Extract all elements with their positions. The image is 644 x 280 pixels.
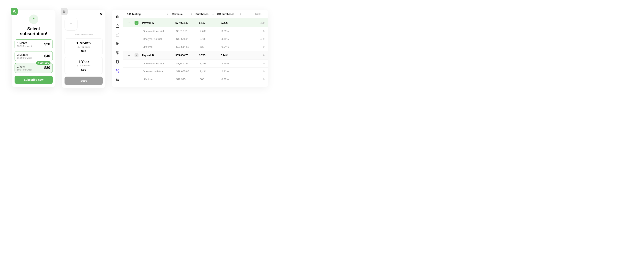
sparkle-icon xyxy=(29,14,38,24)
cr-value: 0.77% xyxy=(222,78,249,81)
active-checkbox[interactable]: ✕ xyxy=(134,53,138,57)
device-icon[interactable] xyxy=(115,60,120,64)
trials-value: 429 xyxy=(248,21,264,24)
group-row[interactable]: ✕ Paywall B $55,806.75 3,725 5.74% 0 xyxy=(123,51,268,59)
trials-value: 0 xyxy=(249,62,264,65)
subscribe-button[interactable]: Subscribe now xyxy=(14,76,53,84)
logo-icon[interactable] xyxy=(115,14,120,19)
trials-value: 0 xyxy=(248,54,264,57)
cr-value: 3.86% xyxy=(222,30,249,33)
group-row[interactable]: Paywall A $77,904.43 5,127 8.96% 429 xyxy=(123,18,268,27)
purchases-value: 500 xyxy=(200,78,222,81)
title: Selectsubscription! xyxy=(14,26,53,36)
paywall-variant-a: A Selectsubscription! 1 Month$3.99 Per w… xyxy=(12,10,56,87)
svg-point-1 xyxy=(118,43,118,44)
revenue-value: $8,813.91 xyxy=(176,30,200,33)
variant-badge-a: A xyxy=(10,8,18,15)
plan-option-1month[interactable]: 1 Month $5 Per week $20 xyxy=(64,38,103,55)
purchases-value: 5,127 xyxy=(199,21,221,24)
close-icon[interactable]: ✕ xyxy=(100,12,103,16)
row-label: One year with trial xyxy=(132,70,176,73)
variant-badge-b: B xyxy=(60,8,68,15)
svg-point-0 xyxy=(116,42,118,44)
sort-icon[interactable]: ▲▼ xyxy=(167,13,169,15)
row-label: One month no trial xyxy=(132,30,176,33)
transfer-icon[interactable] xyxy=(115,78,120,82)
cr-value: 4.16% xyxy=(222,37,249,40)
cr-value: 2.76% xyxy=(222,62,249,65)
purchases-value: 3,725 xyxy=(199,54,221,57)
active-checkbox[interactable] xyxy=(134,21,138,25)
revenue-value: $55,806.75 xyxy=(176,54,199,57)
paywall-variant-b: B ✕ Select subscription 1 Month $5 Per w… xyxy=(62,10,106,88)
cr-value: 5.74% xyxy=(221,54,248,57)
start-button[interactable]: Start xyxy=(64,77,103,85)
svg-text:A: A xyxy=(116,69,117,71)
plan-option-1year[interactable]: 1 Year $0.7 Per week $30 xyxy=(64,57,103,74)
trials-value: 0 xyxy=(249,45,264,48)
home-icon[interactable] xyxy=(115,23,120,28)
row-label: Life time xyxy=(132,78,176,81)
trials-value: 0 xyxy=(249,78,264,81)
purchases-value: 2,209 xyxy=(200,30,222,33)
revenue-value: $19,995 xyxy=(176,78,200,81)
row-label: One year no trial xyxy=(132,37,176,40)
purchases-value: 2,380 xyxy=(200,37,222,40)
chevron-up-icon[interactable] xyxy=(127,54,132,56)
cr-value: 8.96% xyxy=(221,21,248,24)
ab-table: A/B Testing▲▼ Revenue▲▼ Purchases▲▼ CR p… xyxy=(123,10,268,87)
plan-option-1year[interactable]: ✦ Save 50% 1 Year$0.94 Per week $80 xyxy=(14,63,53,73)
table-row[interactable]: Life time $19,995 500 0.77% 0 xyxy=(123,75,268,83)
target-icon[interactable] xyxy=(115,51,120,55)
sort-icon[interactable]: ▲▼ xyxy=(212,13,214,15)
cr-value: 0.94% xyxy=(222,45,249,48)
svg-point-4 xyxy=(117,53,118,53)
svg-text:B: B xyxy=(118,71,119,73)
plan-option-3months[interactable]: 3 Months$1.99 Per week $40 xyxy=(14,51,53,61)
purchases-value: 1,434 xyxy=(200,70,222,73)
trials-value: 429 xyxy=(249,37,264,40)
subtitle: Select subscription xyxy=(64,33,103,36)
group-label: Paywall A xyxy=(142,21,176,24)
trials-value: 0 xyxy=(249,70,264,73)
revenue-value: $21,514.62 xyxy=(176,45,200,48)
revenue-value: $7,146.09 xyxy=(176,62,200,65)
plan-option-1month[interactable]: 1 Month$3.99 Per week $20 xyxy=(14,39,53,49)
revenue-value: $47,576.2 xyxy=(176,37,200,40)
chevron-up-icon[interactable] xyxy=(127,22,132,24)
table-header: A/B Testing▲▼ Revenue▲▼ Purchases▲▼ CR p… xyxy=(123,10,268,18)
table-row[interactable]: One year no trial $47,576.2 2,380 4.16% … xyxy=(123,35,268,43)
group-label: Paywall B xyxy=(142,54,176,57)
purchases-value: 538 xyxy=(200,45,222,48)
revenue-value: $28,665.66 xyxy=(176,70,200,73)
table-row[interactable]: One year with trial $28,665.66 1,434 2.2… xyxy=(123,67,268,75)
sparkle-icon xyxy=(64,18,78,31)
ab-test-icon[interactable]: AB xyxy=(115,69,120,73)
table-row[interactable]: One month no trial $8,813.91 2,209 3.86%… xyxy=(123,27,268,35)
chart-icon[interactable] xyxy=(115,33,120,37)
trials-value: 0 xyxy=(249,30,264,33)
cr-value: 2.21% xyxy=(222,70,249,73)
table-row[interactable]: Life time $21,514.62 538 0.94% 0 xyxy=(123,43,268,51)
save-badge: ✦ Save 50% xyxy=(36,61,50,65)
row-label: One month no trial xyxy=(132,62,176,65)
sort-icon[interactable]: ▲▼ xyxy=(240,13,242,15)
sort-icon[interactable]: ▲▼ xyxy=(190,13,192,15)
revenue-value: $77,904.43 xyxy=(176,21,199,24)
sidebar: AB xyxy=(112,10,123,87)
row-label: Life time xyxy=(132,45,176,48)
ab-testing-dashboard: AB A/B Testing▲▼ Revenue▲▼ Purchases▲▼ C… xyxy=(112,10,268,87)
purchases-value: 1,791 xyxy=(200,62,222,65)
table-row[interactable]: One month no trial $7,146.09 1,791 2.76%… xyxy=(123,59,268,67)
users-icon[interactable] xyxy=(115,42,120,46)
